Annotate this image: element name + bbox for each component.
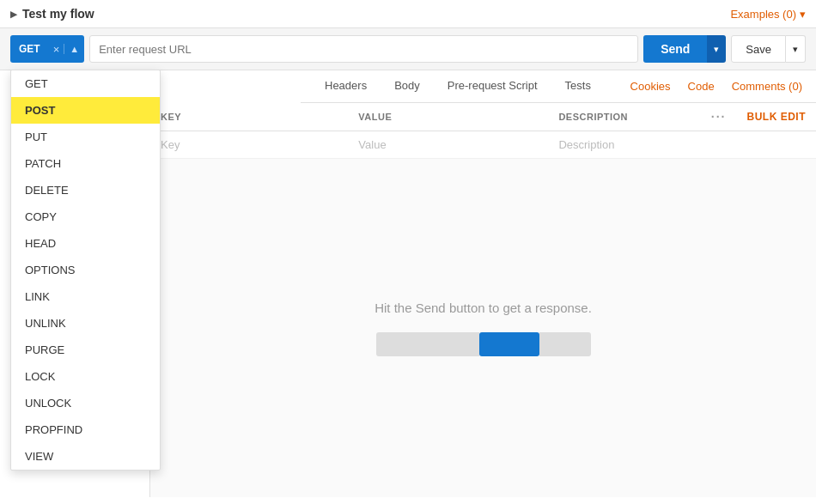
code-link[interactable]: Code [685, 71, 718, 101]
dropdown-item-head[interactable]: HEAD [11, 230, 160, 257]
method-label: GET [10, 43, 49, 55]
graphic-bar-left [376, 332, 479, 356]
right-panel: Headers Body Pre-request Script Tests Co… [150, 70, 816, 497]
dropdown-item-post[interactable]: POST [11, 97, 160, 124]
app-header: ▶ Test my flow Examples (0) ▾ [0, 0, 816, 28]
col-header-actions: ··· [701, 103, 737, 131]
url-input[interactable] [89, 35, 638, 63]
page-title: Test my flow [22, 7, 94, 21]
dropdown-item-delete[interactable]: DELETE [11, 177, 160, 203]
send-dropdown-button[interactable]: ▾ [707, 35, 726, 63]
dropdown-item-get[interactable]: GET [11, 70, 160, 97]
dropdown-item-unlink[interactable]: UNLINK [11, 310, 160, 337]
examples-link[interactable]: Examples (0) ▾ [730, 8, 806, 21]
tabs-bar: Headers Body Pre-request Script Tests Co… [301, 70, 816, 103]
dropdown-item-propfind[interactable]: PROPFIND [11, 416, 160, 443]
more-options-icon[interactable]: ··· [711, 110, 727, 124]
url-bar: GET × ▲ Send ▾ Save ▾ GETPOSTPUTPATCHDEL… [0, 28, 816, 70]
response-graphic [376, 332, 591, 356]
col-header-key: KEY [150, 103, 348, 131]
graphic-bar-right [539, 332, 591, 356]
table-row: Key Value Description [150, 131, 816, 159]
col-header-value: VALUE [348, 103, 548, 131]
description-cell[interactable]: Description [548, 131, 700, 159]
response-area: Hit the Send button to get a response. [150, 159, 816, 497]
tab-prerequest[interactable]: Pre-request Script [434, 70, 551, 102]
comments-link[interactable]: Comments (0) [728, 71, 806, 101]
dropdown-item-unlock[interactable]: UNLOCK [11, 390, 160, 416]
tab-headers[interactable]: Headers [311, 70, 381, 102]
tabs-right-links: Cookies Code Comments (0) [627, 71, 806, 101]
actions-cell [701, 131, 737, 159]
send-button-group: Send ▾ [643, 35, 726, 63]
method-dropdown-icon[interactable]: ▲ [64, 44, 84, 54]
bulk-edit-cell [737, 131, 817, 159]
col-header-description: DESCRIPTION [548, 103, 700, 131]
response-empty-text: Hit the Send button to get a response. [375, 301, 592, 315]
dropdown-item-options[interactable]: OPTIONS [11, 257, 160, 283]
dropdown-item-view[interactable]: VIEW [11, 443, 160, 470]
dropdown-item-put[interactable]: PUT [11, 124, 160, 150]
dropdown-item-lock[interactable]: LOCK [11, 363, 160, 390]
expand-icon[interactable]: ▶ [10, 9, 17, 19]
dropdown-item-link[interactable]: LINK [11, 283, 160, 310]
method-clear-icon[interactable]: × [49, 43, 64, 56]
examples-chevron-icon: ▾ [800, 8, 806, 21]
save-button-group: Save ▾ [731, 35, 806, 63]
method-selector[interactable]: GET × ▲ [10, 35, 84, 63]
value-cell[interactable]: Value [348, 131, 548, 159]
bulk-edit-header: Bulk Edit [737, 103, 817, 131]
dropdown-item-patch[interactable]: PATCH [11, 150, 160, 177]
graphic-bar-blue [479, 332, 539, 356]
dropdown-item-purge[interactable]: PURGE [11, 337, 160, 363]
dropdown-item-copy[interactable]: COPY [11, 203, 160, 230]
tab-tests[interactable]: Tests [551, 70, 605, 102]
page-title-container: ▶ Test my flow [10, 7, 94, 21]
tab-body[interactable]: Body [381, 70, 434, 102]
examples-label: Examples (0) [730, 8, 796, 21]
cookies-link[interactable]: Cookies [627, 71, 674, 101]
save-button[interactable]: Save [731, 35, 786, 63]
params-table: KEY VALUE DESCRIPTION ··· Bulk Edit Key [150, 103, 816, 159]
send-button[interactable]: Send [643, 35, 707, 63]
method-dropdown: GETPOSTPUTPATCHDELETECOPYHEADOPTIONSLINK… [10, 70, 161, 471]
save-dropdown-button[interactable]: ▾ [786, 35, 806, 63]
key-cell[interactable]: Key [150, 131, 348, 159]
bulk-edit-button[interactable]: Bulk Edit [747, 111, 807, 123]
